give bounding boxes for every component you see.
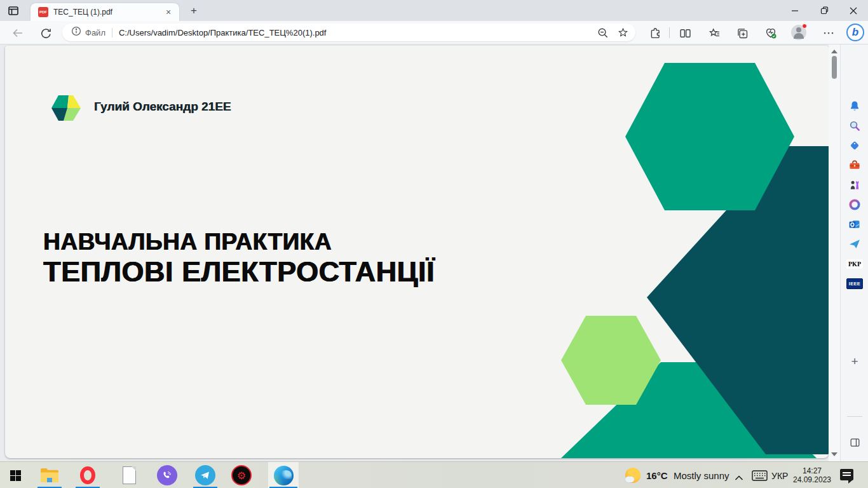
scroll-up-arrow[interactable] bbox=[831, 50, 837, 53]
tray-chevron-up-icon[interactable] bbox=[735, 472, 743, 484]
language-indicator[interactable]: УКР bbox=[771, 471, 788, 481]
opera-icon bbox=[80, 466, 95, 484]
microsoft365-icon[interactable] bbox=[841, 196, 868, 213]
sidebar-panel-icon[interactable] bbox=[841, 434, 868, 451]
taskbar-opera[interactable] bbox=[72, 462, 103, 488]
taskbar-edge-active[interactable] bbox=[268, 462, 299, 488]
sidebar-search-icon[interactable] bbox=[841, 118, 868, 134]
browser-titlebar: PDF ТЕС_ТЕЦ (1).pdf × + bbox=[0, 0, 868, 21]
taskbar-viber[interactable] bbox=[152, 462, 182, 488]
taskbar-notepad[interactable] bbox=[114, 462, 144, 488]
tab-title: ТЕС_ТЕЦ (1).pdf bbox=[53, 8, 163, 17]
red-gear-icon: ⚙ bbox=[231, 465, 252, 485]
favorites-hub-icon[interactable] bbox=[707, 25, 722, 41]
vertical-scrollbar[interactable] bbox=[829, 44, 840, 461]
pdf-page: Гулий Олександр 21ЕЕ НАВЧАЛЬНА ПРАКТИКА … bbox=[5, 46, 829, 458]
avatar-head bbox=[796, 27, 801, 32]
bing-chat-icon[interactable]: b bbox=[846, 24, 864, 41]
shopping-icon[interactable] bbox=[841, 137, 868, 154]
pkp-extension-icon[interactable]: PKP bbox=[841, 255, 868, 272]
taskbar-file-explorer[interactable] bbox=[34, 462, 65, 488]
games-icon[interactable] bbox=[841, 177, 868, 193]
zoom-out-icon[interactable] bbox=[596, 26, 609, 39]
tab-actions-menu-icon[interactable] bbox=[6, 4, 20, 18]
pdf-viewer: Гулий Олександр 21ЕЕ НАВЧАЛЬНА ПРАКТИКА … bbox=[0, 44, 840, 461]
ieee-extension-icon[interactable]: IEEE bbox=[841, 275, 868, 292]
document-icon bbox=[123, 466, 136, 484]
weather-icon[interactable] bbox=[625, 467, 641, 484]
window-restore-button[interactable] bbox=[810, 0, 839, 21]
start-button[interactable] bbox=[0, 462, 31, 488]
avatar-notification-dot bbox=[802, 24, 807, 29]
tools-icon[interactable] bbox=[841, 157, 868, 173]
browser-essentials-icon[interactable] bbox=[763, 25, 778, 41]
slide-author: Гулий Олександр 21ЕЕ bbox=[94, 100, 231, 114]
window-minimize-button[interactable] bbox=[780, 0, 810, 21]
weather-temperature[interactable]: 16°C bbox=[646, 470, 668, 481]
address-bar[interactable]: Файл C:/Users/vadim/Desktop/Практика/ТЕС… bbox=[62, 24, 635, 41]
extensions-icon[interactable] bbox=[648, 25, 663, 41]
windows-logo-icon bbox=[10, 470, 21, 481]
new-tab-button[interactable]: + bbox=[186, 4, 201, 18]
pdf-file-icon: PDF bbox=[38, 7, 48, 17]
back-icon[interactable] bbox=[10, 25, 25, 41]
toolbar-divider bbox=[669, 27, 670, 38]
notifications-bell-icon[interactable] bbox=[841, 98, 868, 114]
send-plane-icon[interactable] bbox=[841, 236, 868, 252]
cloud-icon bbox=[625, 477, 634, 482]
profile-avatar[interactable] bbox=[791, 25, 806, 40]
tray-date: 24.09.2023 bbox=[789, 475, 835, 484]
touch-keyboard-icon[interactable] bbox=[752, 470, 768, 484]
ieee-label: IEEE bbox=[846, 278, 863, 289]
action-center-icon[interactable] bbox=[840, 469, 853, 480]
favorite-star-icon[interactable] bbox=[616, 26, 629, 39]
slide-title-line1: НАВЧАЛЬНА ПРАКТИКА bbox=[43, 229, 332, 255]
screen: PDF ТЕС_ТЕЦ (1).pdf × + Файл C:/User bbox=[0, 0, 868, 488]
scrollbar-thumb[interactable] bbox=[832, 56, 837, 79]
url-scheme-label: Файл bbox=[85, 28, 105, 37]
scroll-down-arrow[interactable] bbox=[831, 452, 837, 456]
taskbar: ⚙ 16°C Mostly sunny УКР 14:27 24.09.2023 bbox=[0, 461, 868, 488]
tray-time: 14:27 bbox=[789, 466, 835, 475]
viber-icon bbox=[157, 465, 177, 485]
window-close-button[interactable] bbox=[839, 0, 868, 21]
url-separator bbox=[112, 28, 112, 37]
settings-menu-icon[interactable]: ⋯ bbox=[821, 25, 836, 41]
collections-icon[interactable] bbox=[735, 25, 750, 41]
slide-logo-hexagon bbox=[51, 92, 81, 123]
split-screen-icon[interactable] bbox=[677, 25, 693, 41]
taskbar-telegram[interactable] bbox=[190, 462, 220, 488]
telegram-icon bbox=[195, 465, 215, 485]
avatar-body bbox=[794, 33, 804, 39]
edge-sidebar: PKP IEEE + ⚙ bbox=[840, 44, 868, 461]
browser-tab[interactable]: PDF ТЕС_ТЕЦ (1).pdf × bbox=[31, 3, 179, 21]
tab-close-icon[interactable]: × bbox=[163, 6, 174, 18]
edge-icon bbox=[274, 466, 294, 485]
clock[interactable]: 14:27 24.09.2023 bbox=[789, 466, 835, 484]
slide-title-line2: ТЕПЛОВІ ЕЛЕКТРОСТАНЦІЇ bbox=[43, 255, 435, 288]
weather-description[interactable]: Mostly sunny bbox=[674, 470, 729, 481]
outlook-icon[interactable] bbox=[841, 216, 868, 233]
refresh-icon[interactable] bbox=[38, 25, 53, 41]
sidebar-add-icon[interactable]: + bbox=[841, 353, 868, 370]
taskbar-gear-utility[interactable]: ⚙ bbox=[226, 462, 257, 488]
sidebar-divider bbox=[847, 416, 862, 417]
pkp-label: PKP bbox=[846, 259, 863, 269]
url-text[interactable]: C:/Users/vadim/Desktop/Практика/ТЕС_ТЕЦ%… bbox=[119, 28, 326, 37]
page-info-icon[interactable] bbox=[71, 26, 81, 39]
browser-toolbar: Файл C:/Users/vadim/Desktop/Практика/ТЕС… bbox=[0, 21, 868, 44]
